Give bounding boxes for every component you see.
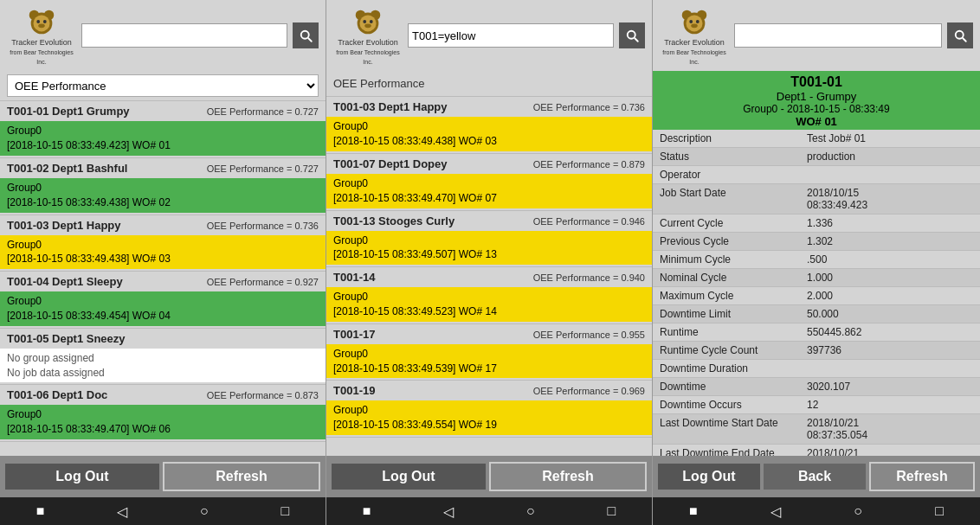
nav-rect-2[interactable]: □: [607, 503, 616, 519]
search-button-3[interactable]: [947, 22, 973, 48]
search-button-2[interactable]: [619, 22, 645, 48]
machine-card[interactable]: T001-17OEE Performance = 0.955Group0[201…: [326, 324, 652, 381]
detail-field-value: 2018/10/21 08:37:35.054: [800, 414, 980, 444]
nav-back-3[interactable]: ◁: [770, 503, 781, 520]
nav-square-3: ■: [689, 503, 698, 519]
machine-name: T001-01 Dept1 Grumpy: [7, 105, 130, 118]
detail-field-value: 2018/10/15 08:33:49.423: [800, 184, 980, 214]
panel2-header: Tracker Evolutionfrom Bear Technologies …: [326, 0, 652, 71]
oee-label: OEE Performance = 0.727: [207, 163, 319, 174]
svg-point-18: [689, 20, 693, 23]
logout-button-2[interactable]: Log Out: [332, 464, 486, 490]
machine-name: T001-05 Dept1 Sneezy: [7, 332, 126, 345]
detail-field-label: Minimum Cycle: [653, 251, 800, 268]
detail-row: Current Cycle1.336: [653, 214, 980, 233]
detail-row: Operator: [653, 166, 980, 184]
detail-row: Previous Cycle1.302: [653, 233, 980, 251]
detail-row: Job Start Date2018/10/15 08:33:49.423: [653, 184, 980, 214]
panel1-list: T001-01 Dept1 GrumpyOEE Performance = 0.…: [0, 101, 326, 456]
detail-field-label: Status: [653, 148, 800, 165]
nav-back-1[interactable]: ◁: [117, 503, 127, 520]
back-button-3[interactable]: Back: [764, 464, 866, 490]
machine-status-row: No group assignedNo job data assigned: [0, 349, 326, 383]
detail-field-label: Operator: [653, 166, 800, 183]
svg-point-13: [364, 23, 371, 28]
machine-status-row: Group0[2018-10-15 08:33:49.507] WO# 13: [326, 231, 652, 266]
panel1-dropdown-bar: OEE Performance: [0, 71, 326, 101]
logo-text-2: Tracker Evolutionfrom Bear Technologies …: [333, 38, 403, 66]
detail-field-value: 2.000: [800, 287, 980, 304]
tracker-logo-1: [25, 5, 58, 38]
tracker-logo-3: [678, 5, 711, 38]
svg-point-3: [34, 15, 50, 31]
detail-row: Statusproduction: [653, 148, 980, 166]
panel-1: Tracker Evolutionfrom Bear Technologies …: [0, 0, 326, 525]
logo-text-1: Tracker Evolutionfrom Bear Technologies …: [7, 38, 76, 66]
logout-button-1[interactable]: Log Out: [5, 464, 159, 490]
oee-label: OEE Performance = 0.969: [533, 386, 645, 396]
machine-card[interactable]: T001-03 Dept1 HappyOEE Performance = 0.7…: [0, 215, 326, 272]
detail-row: Downtime Occurs12: [653, 396, 980, 414]
detail-field-label: Runtime Cycle Count: [653, 342, 800, 359]
panel2-dropdown-bar: OEE Performance: [326, 71, 652, 97]
oee-dropdown-1[interactable]: OEE Performance: [7, 74, 319, 97]
svg-point-5: [43, 20, 47, 23]
nav-circle-1[interactable]: ○: [200, 503, 209, 519]
refresh-button-1[interactable]: Refresh: [163, 462, 320, 491]
detail-field-value: 550445.862: [800, 323, 980, 341]
search-button-1[interactable]: [293, 22, 319, 48]
machine-name: T001-04 Dept1 Sleepy: [7, 275, 123, 288]
logo-area-3: Tracker Evolutionfrom Bear Technologies …: [660, 5, 729, 66]
machine-card[interactable]: T001-01 Dept1 GrumpyOEE Performance = 0.…: [0, 101, 326, 158]
svg-point-17: [687, 15, 703, 31]
search-input-2[interactable]: [408, 23, 614, 48]
svg-point-20: [691, 23, 698, 28]
refresh-button-3[interactable]: Refresh: [869, 462, 975, 491]
detail-row: Downtime Duration: [653, 360, 980, 378]
search-input-3[interactable]: [734, 23, 942, 48]
detail-field-label: Runtime: [653, 323, 800, 341]
detail-field-value: [800, 166, 980, 183]
machine-card[interactable]: T001-19OEE Performance = 0.969Group0[201…: [326, 381, 652, 438]
machine-card[interactable]: T001-14OEE Performance = 0.940Group0[201…: [326, 267, 652, 324]
logo-text-3: Tracker Evolutionfrom Bear Technologies …: [660, 38, 729, 66]
oee-label: OEE Performance = 0.946: [533, 216, 645, 227]
detail-field-label: Maximum Cycle: [653, 287, 800, 304]
detail-field-label: Job Start Date: [653, 184, 800, 214]
refresh-button-2[interactable]: Refresh: [489, 462, 647, 491]
detail-row: Downtime Limit50.000: [653, 305, 980, 323]
logout-button-3[interactable]: Log Out: [658, 464, 760, 490]
machine-name: T001-19: [333, 384, 375, 397]
search-input-1[interactable]: [81, 23, 287, 48]
panel1-header: Tracker Evolutionfrom Bear Technologies …: [0, 0, 326, 71]
detail-row: Last Downtime Start Date2018/10/21 08:37…: [653, 414, 980, 445]
detail-field-value: 3020.107: [800, 378, 980, 395]
panel-2: Tracker Evolutionfrom Bear Technologies …: [326, 0, 653, 525]
machine-card[interactable]: T001-02 Dept1 BashfulOEE Performance = 0…: [0, 158, 326, 215]
machine-status-row: Group0[2018-10-15 08:33:49.438] WO# 03: [326, 117, 652, 151]
machine-name: T001-14: [333, 271, 375, 284]
panel2-dropdown-label: OEE Performance: [333, 74, 645, 93]
nav-circle-3[interactable]: ○: [854, 503, 862, 519]
svg-point-4: [36, 20, 40, 23]
nav-back-2[interactable]: ◁: [443, 503, 454, 520]
machine-name: T001-07 Dept1 Dopey: [333, 157, 448, 170]
svg-point-10: [360, 15, 377, 31]
machine-card[interactable]: T001-06 Dept1 DocOEE Performance = 0.873…: [0, 385, 326, 442]
panel1-footer: Log Out Refresh: [0, 456, 326, 497]
machine-status-row: Group0[2018-10-15 08:33:49.454] WO# 04: [0, 291, 326, 326]
detail-field-label: Current Cycle: [653, 214, 800, 232]
detail-row: Runtime Cycle Count397736: [653, 342, 980, 360]
logo-area-1: Tracker Evolutionfrom Bear Technologies …: [7, 5, 76, 66]
detail-row: Maximum Cycle2.000: [653, 287, 980, 305]
nav-rect-1[interactable]: □: [280, 503, 289, 519]
detail-field-label: Previous Cycle: [653, 233, 800, 250]
machine-card[interactable]: T001-05 Dept1 SneezyNo group assignedNo …: [0, 329, 326, 386]
machine-card[interactable]: T001-13 Stooges CurlyOEE Performance = 0…: [326, 211, 652, 268]
machine-card[interactable]: T001-07 Dept1 DopeyOEE Performance = 0.8…: [326, 154, 652, 211]
nav-circle-2[interactable]: ○: [526, 503, 535, 519]
machine-card[interactable]: T001-03 Dept1 HappyOEE Performance = 0.7…: [326, 97, 652, 154]
machine-card[interactable]: T001-04 Dept1 SleepyOEE Performance = 0.…: [0, 272, 326, 329]
nav-rect-3[interactable]: □: [935, 503, 944, 519]
detail-machine-title: T001-01: [656, 74, 977, 90]
